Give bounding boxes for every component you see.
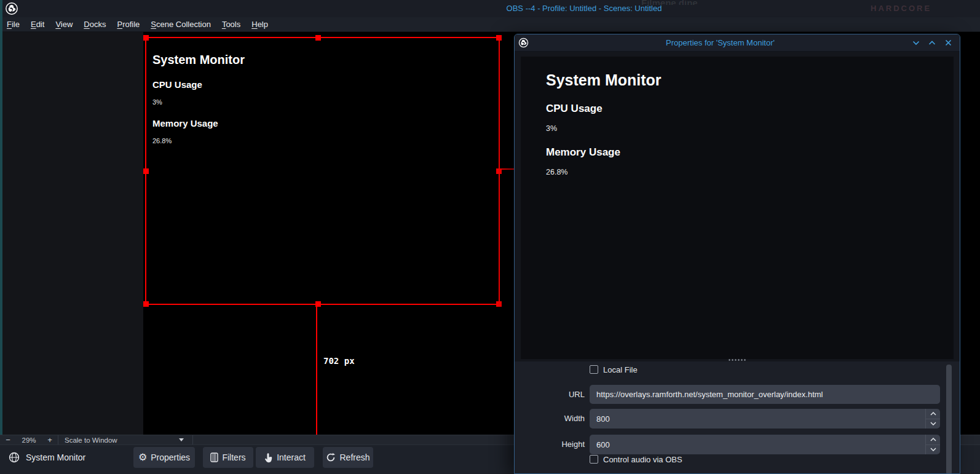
- dock-float-up-button[interactable]: [928, 39, 936, 47]
- overlay-title: System Monitor: [546, 71, 662, 89]
- window-title: OBS --4 - Profile: Untitled - Scenes: Un…: [430, 4, 738, 13]
- gear-icon: ⚙: [138, 452, 147, 462]
- active-source-row: System Monitor: [9, 452, 85, 463]
- close-icon: [945, 39, 952, 46]
- measurement-line: [316, 306, 317, 435]
- refresh-icon: [326, 452, 336, 462]
- ghost-text-right: HARDCORE: [871, 4, 931, 13]
- measurement-label: 702 px: [323, 356, 355, 366]
- resize-handle-top-left[interactable]: [143, 35, 149, 41]
- zoom-level: 29%: [16, 436, 42, 444]
- width-field: [590, 409, 940, 429]
- menu-view[interactable]: View: [50, 17, 78, 32]
- chevron-up-icon: [930, 438, 936, 441]
- dock-edge-strip: [0, 0, 2, 435]
- dialog-source-preview: System Monitor CPU Usage 3% Memory Usage…: [521, 57, 954, 359]
- menu-edit[interactable]: Edit: [25, 17, 50, 32]
- height-label: Height: [539, 440, 585, 449]
- properties-button-label: Properties: [151, 452, 190, 462]
- menu-scene-collection[interactable]: Scene Collection: [145, 17, 216, 32]
- browser-source-globe-icon: [9, 452, 20, 463]
- filters-icon: [210, 452, 218, 462]
- chevron-down-icon: [912, 41, 920, 45]
- chevron-down-icon: [930, 448, 936, 451]
- zoom-out-button[interactable]: −: [0, 435, 16, 444]
- dock-splitter-handle[interactable]: [729, 359, 746, 361]
- control-audio-checkbox[interactable]: [590, 455, 598, 464]
- control-audio-label: Control audio via OBS: [603, 455, 682, 464]
- resize-handle-top-right[interactable]: [496, 35, 502, 41]
- interact-hand-icon: [264, 452, 273, 463]
- chevron-up-icon: [930, 412, 936, 416]
- properties-button[interactable]: ⚙ Properties: [133, 447, 195, 468]
- spin-down-button[interactable]: [926, 445, 940, 455]
- properties-dialog-header[interactable]: Properties for 'System Monitor': [515, 34, 960, 52]
- chevron-down-icon: [930, 422, 936, 425]
- refresh-button-label: Refresh: [339, 452, 369, 462]
- source-selection-rect[interactable]: [145, 37, 500, 305]
- menu-bar: File Edit View Docks Profile Scene Colle…: [0, 17, 980, 32]
- properties-dialog-title: Properties for 'System Monitor': [529, 38, 912, 47]
- dialog-close-button[interactable]: [944, 39, 952, 47]
- ghost-text-left: Filmene dine: [641, 0, 698, 5]
- menu-docks[interactable]: Docks: [78, 17, 111, 32]
- height-input[interactable]: [590, 435, 940, 454]
- zoom-in-button[interactable]: +: [42, 435, 58, 444]
- height-field: [590, 435, 940, 454]
- spin-down-button[interactable]: [926, 419, 940, 429]
- overlay-mem-value: 26.8%: [546, 168, 662, 176]
- menu-profile[interactable]: Profile: [111, 17, 145, 32]
- separator: [192, 435, 193, 445]
- scale-dropdown-arrow-icon[interactable]: [179, 438, 184, 441]
- dock-float-down-button[interactable]: [912, 39, 920, 47]
- resize-handle-middle-left[interactable]: [143, 168, 149, 174]
- menu-file[interactable]: File: [1, 17, 25, 32]
- width-spinner: [925, 409, 940, 429]
- spin-up-button[interactable]: [926, 409, 940, 419]
- filters-button-label: Filters: [222, 452, 245, 462]
- width-label: Width: [539, 414, 585, 423]
- height-spinner: [925, 435, 940, 454]
- form-scrollbar[interactable]: [946, 365, 952, 474]
- overlay-mem-label: Memory Usage: [546, 146, 662, 159]
- scale-mode-select[interactable]: Scale to Window: [58, 436, 126, 444]
- resize-handle-bottom-left[interactable]: [143, 301, 149, 307]
- url-input[interactable]: [590, 385, 940, 404]
- titlebar: OBS --4 - Profile: Untitled - Scenes: Un…: [0, 0, 980, 17]
- spin-up-button[interactable]: [926, 435, 940, 445]
- width-input[interactable]: [590, 409, 940, 429]
- interact-button-label: Interact: [277, 452, 306, 462]
- overlay-cpu-label: CPU Usage: [546, 103, 662, 115]
- interact-button[interactable]: Interact: [256, 447, 314, 468]
- local-file-label: Local File: [603, 365, 638, 374]
- overlay-cpu-value: 3%: [546, 124, 662, 133]
- properties-form: Local File URL Width: [515, 361, 960, 474]
- properties-dialog: Properties for 'System Monitor': [514, 34, 960, 474]
- obs-main-window: OBS --4 - Profile: Untitled - Scenes: Un…: [0, 0, 980, 474]
- local-file-checkbox[interactable]: [590, 365, 598, 374]
- menu-help[interactable]: Help: [246, 17, 274, 32]
- url-label: URL: [539, 390, 585, 399]
- resize-handle-top-center[interactable]: [315, 35, 321, 41]
- resize-handle-bottom-right[interactable]: [496, 301, 502, 307]
- dialog-header-buttons: [912, 39, 952, 47]
- menu-tools[interactable]: Tools: [216, 17, 246, 32]
- dialog-overlay-content: System Monitor CPU Usage 3% Memory Usage…: [546, 71, 662, 176]
- source-name: System Monitor: [26, 452, 85, 462]
- chevron-up-icon: [928, 41, 936, 45]
- filters-button[interactable]: Filters: [203, 447, 253, 468]
- obs-logo-icon: [518, 38, 529, 48]
- refresh-button[interactable]: Refresh: [323, 447, 373, 468]
- obs-logo-icon: [5, 2, 18, 15]
